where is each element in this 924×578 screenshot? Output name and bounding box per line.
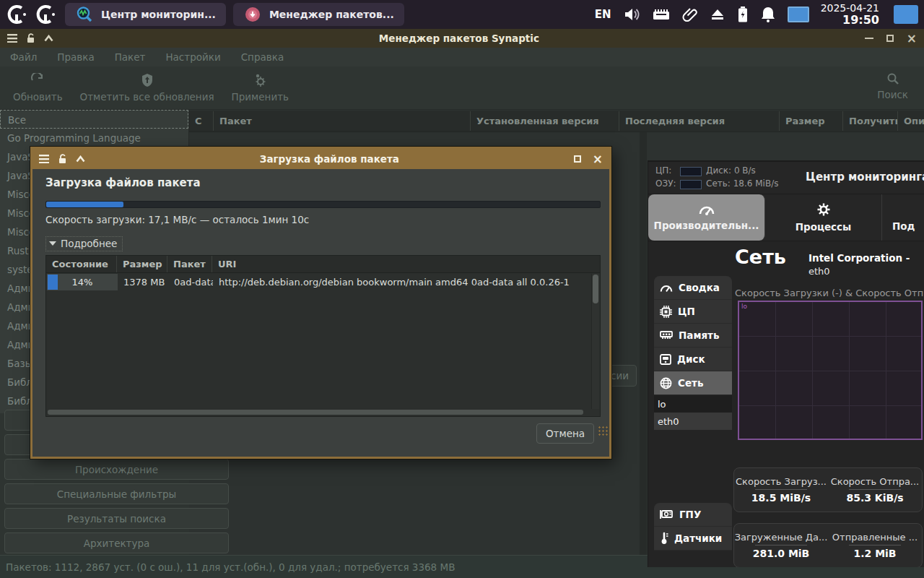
resize-grip[interactable] — [598, 426, 609, 436]
sidebar-item-sensors[interactable]: Датчики — [654, 527, 732, 551]
menu-settings[interactable]: Настройки — [165, 51, 220, 63]
menu-help[interactable]: Справка — [241, 51, 284, 63]
tab-performance[interactable]: Производительн... — [648, 194, 765, 241]
dialog-titlebar[interactable]: Загрузка файлов пакета × — [32, 149, 609, 169]
taskbar-window-package-manager[interactable]: Менеджер пакетов... — [233, 3, 404, 26]
monitoring-center-window: ЦП: ОЗУ: Диск: 0 B/s Сеть: 18.6 MiB/s Це… — [648, 160, 924, 567]
launcher-g-icon[interactable] — [4, 3, 29, 26]
battery-icon[interactable] — [737, 6, 749, 23]
unlock-icon[interactable] — [58, 154, 67, 164]
keyboard-icon[interactable] — [652, 7, 671, 22]
cancel-button[interactable]: Отмена — [536, 423, 594, 444]
column-latest-version[interactable]: Последняя версия — [619, 111, 780, 131]
column-size[interactable]: Размер — [780, 111, 843, 131]
maximize-button[interactable] — [886, 35, 894, 42]
filter-architecture-button[interactable]: Архитектура — [4, 532, 229, 553]
chevron-up-icon[interactable] — [44, 35, 53, 42]
total-progress-fill — [46, 202, 123, 207]
row-progress-label: 14% — [72, 277, 93, 288]
maximize-button[interactable] — [574, 155, 581, 163]
download-dialog: Загрузка файлов пакета × Загрузка файлов… — [30, 147, 611, 459]
refresh-icon — [30, 73, 45, 87]
interface-eth0[interactable]: eth0 — [654, 413, 732, 430]
table-vertical-scrollbar[interactable] — [591, 274, 599, 409]
sidebar-item-gpu[interactable]: ГПУ — [654, 503, 732, 527]
download-speed-label: Скорость Загруз... — [736, 476, 827, 487]
column-installed-version[interactable]: Установленная версия — [471, 111, 619, 131]
desktop: Менеджер пакетов Synaptic × Файл Правка … — [0, 0, 924, 578]
status-text: Пакетов: 1112, 2867 уст. (0 с ош.), 11 д… — [6, 561, 455, 573]
column-size[interactable]: Размер — [117, 256, 167, 272]
minimize-button[interactable] — [865, 38, 873, 39]
sidebar-item-disk[interactable]: Диск — [654, 348, 732, 371]
toolbar: Обновить Отметить все обновления Примени… — [0, 66, 924, 110]
total-progress-bar — [45, 201, 601, 208]
row-package: 0ad-data — [168, 277, 213, 288]
upload-speed-label: Скорость Отпра... — [831, 476, 920, 487]
tab-cut[interactable]: Под — [882, 194, 924, 241]
hamburger-menu-icon[interactable] — [39, 155, 49, 163]
ram-mini-meter — [680, 180, 702, 189]
details-expander[interactable]: Подробнее — [45, 236, 123, 251]
column-state[interactable]: Состояние — [46, 256, 117, 272]
column-download[interactable]: Получить — [843, 111, 898, 131]
taskbar: Центр мониторин... Менеджер пакетов... E… — [0, 0, 924, 29]
notifications-bell-icon[interactable] — [760, 6, 776, 23]
show-desktop-button[interactable] — [894, 5, 918, 24]
downloaded-data-value: 281.0 MiB — [753, 548, 810, 559]
column-description[interactable]: Опис — [898, 111, 924, 131]
eject-icon[interactable] — [710, 7, 725, 22]
menu-package[interactable]: Пакет — [115, 51, 146, 63]
gear-check-icon — [253, 73, 267, 87]
mark-all-upgrades-button[interactable]: Отметить все обновления — [71, 73, 223, 103]
interface-lo[interactable]: lo — [654, 395, 732, 413]
filter-search-results-button[interactable]: Результаты поиска — [4, 508, 229, 529]
sent-data-value: 1.2 MiB — [853, 548, 896, 559]
launcher-g-icon[interactable] — [33, 3, 58, 26]
keyboard-layout-indicator[interactable]: EN — [595, 8, 611, 21]
taskbar-window-monitoring[interactable]: Центр мониторин... — [65, 3, 226, 26]
hamburger-menu-icon[interactable] — [7, 34, 17, 43]
sidebar-item-summary[interactable]: Сводка — [654, 276, 732, 300]
dialog-heading: Загрузка файлов пакета — [45, 176, 201, 189]
monitoring-app-icon — [75, 5, 94, 24]
menu-file[interactable]: Файл — [10, 51, 37, 63]
category-all[interactable]: Все — [0, 110, 188, 129]
search-button[interactable]: Поиск — [868, 72, 917, 100]
apply-button[interactable]: Применить — [223, 73, 297, 103]
volume-icon[interactable] — [623, 7, 640, 22]
table-horizontal-scrollbar[interactable] — [48, 410, 588, 415]
unlock-icon[interactable] — [26, 33, 35, 43]
menu-edit[interactable]: Правка — [57, 51, 94, 63]
filter-origin-button[interactable]: Происхождение — [4, 459, 229, 480]
paperclip-icon[interactable] — [682, 7, 698, 22]
download-row[interactable]: 14% 1378 MB 0ad-data http://deb.debian.o… — [46, 273, 600, 291]
ram-label: ОЗУ: — [655, 178, 676, 189]
network-globe-icon — [660, 377, 672, 389]
tab-processes[interactable]: Процессы — [765, 194, 882, 241]
category-item[interactable]: Go Programming Language — [0, 129, 188, 147]
display-icon[interactable] — [788, 7, 809, 22]
memory-icon — [660, 330, 673, 340]
network-device: Intel Corporation - — [808, 252, 910, 264]
refresh-button[interactable]: Обновить — [4, 73, 71, 103]
close-button[interactable]: × — [907, 33, 917, 45]
column-status[interactable]: С — [189, 111, 214, 131]
filter-custom-button[interactable]: Специальные фильтры — [4, 483, 229, 504]
close-button[interactable]: × — [593, 153, 603, 165]
chevron-up-icon[interactable] — [76, 155, 85, 163]
column-uri[interactable]: URI — [212, 256, 600, 272]
sidebar-item-network[interactable]: Сеть — [654, 371, 732, 395]
synaptic-titlebar[interactable]: Менеджер пакетов Synaptic × — [0, 29, 924, 48]
sent-data-label: Отправленные ... — [832, 532, 918, 543]
search-icon — [886, 72, 899, 85]
download-table: Состояние Размер Пакет URI 14% 1378 MB 0… — [45, 255, 601, 417]
package-list-scrollbar[interactable] — [640, 132, 647, 555]
column-package[interactable]: Пакет — [214, 111, 471, 131]
sidebar-item-memory[interactable]: Память — [654, 324, 732, 348]
clock[interactable]: 2025-04-21 19:50 — [821, 3, 879, 27]
column-package[interactable]: Пакет — [167, 256, 212, 272]
gauge-icon — [699, 204, 715, 215]
download-speed-value: 18.5 MiB/s — [751, 492, 811, 504]
sidebar-item-cpu[interactable]: ЦП — [654, 300, 732, 324]
